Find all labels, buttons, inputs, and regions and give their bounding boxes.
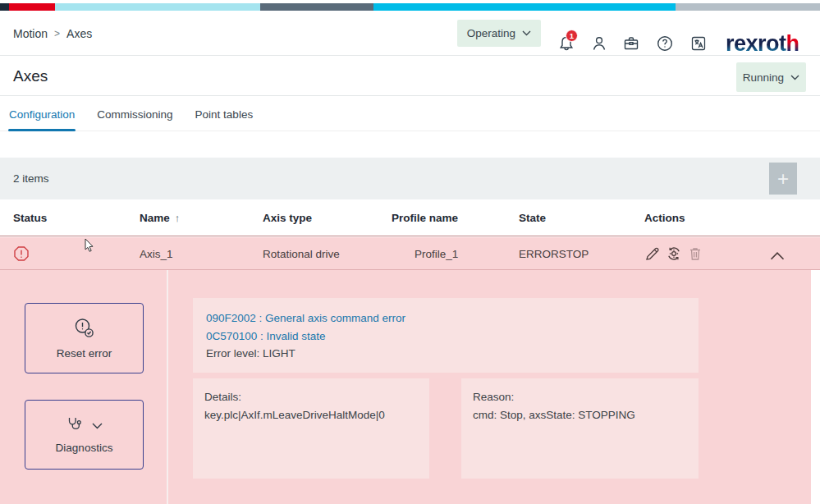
breadcrumb-item-axes: Axes	[66, 27, 92, 40]
notifications-button[interactable]: 1	[557, 34, 576, 53]
column-name[interactable]: Name ↑	[140, 199, 180, 236]
gear-sync-icon	[666, 245, 682, 262]
logo-text-main: rexrot	[726, 31, 786, 56]
brand-bar-segment	[9, 3, 55, 11]
tab-point-tables[interactable]: Point tables	[195, 97, 254, 131]
trash-icon	[687, 245, 703, 262]
table-row-axis-1[interactable]: Axis_1 Rotational drive Profile_1 ERRORS…	[0, 237, 820, 270]
stethoscope-icon	[66, 415, 84, 436]
list-toolbar: 2 items +	[0, 158, 820, 199]
breadcrumb-separator: >	[54, 28, 60, 39]
operating-state-button[interactable]: Operating	[457, 20, 541, 47]
error-detail-panel: Reset error Diagnostics 090F2002 : Gener…	[0, 270, 811, 504]
project-case-button[interactable]	[621, 34, 641, 53]
page-header: Axes Running	[0, 57, 820, 96]
user-account-button[interactable]	[589, 34, 609, 53]
breadcrumb-item-motion[interactable]: Motion	[13, 27, 48, 40]
add-axis-button[interactable]: +	[769, 163, 797, 195]
diagnostics-icon-row	[66, 415, 103, 436]
rexroth-logo: rexroth	[726, 30, 799, 57]
diagnostics-label: Diagnostics	[56, 442, 113, 454]
brand-bar-segment	[260, 3, 373, 11]
translate-icon	[689, 34, 708, 53]
column-state: State	[519, 199, 546, 236]
pencil-icon	[644, 245, 661, 262]
page-title: Axes	[13, 57, 48, 96]
table-header: Status Name ↑ Axis type Profile name Sta…	[0, 199, 820, 236]
brand-bar-segment	[373, 3, 676, 11]
error-reason-box: Reason: cmd: Stop, axsState: STOPPING	[461, 378, 699, 479]
diagnostics-button[interactable]: Diagnostics	[25, 400, 144, 470]
brand-bar-segment	[0, 3, 9, 11]
error-link-0C570100[interactable]: 0C570100 : Invalid state	[206, 328, 685, 346]
details-label: Details:	[204, 388, 418, 406]
reason-label: Reason:	[473, 388, 687, 406]
chevron-up-icon	[769, 248, 786, 264]
app-header: Motion > Axes Operating 1	[0, 11, 820, 56]
collapse-row-button[interactable]	[769, 248, 786, 264]
reset-error-button[interactable]: Reset error	[25, 303, 144, 373]
tab-bar: Configuration Commissioning Point tables	[0, 97, 820, 131]
briefcase-icon	[621, 34, 641, 53]
help-button[interactable]	[655, 34, 675, 53]
cell-state: ERRORSTOP	[519, 237, 589, 270]
person-icon	[589, 34, 609, 53]
reset-error-icon	[73, 317, 95, 341]
reason-value: cmd: Stop, axsState: STOPPING	[473, 406, 687, 424]
tab-commissioning[interactable]: Commissioning	[96, 97, 173, 131]
column-status: Status	[13, 199, 47, 236]
details-value: key.plc|AxIf.mLeaveDriveHaltMode|0	[204, 406, 418, 424]
breadcrumb: Motion > Axes	[13, 11, 92, 56]
error-details-box: Details: key.plc|AxIf.mLeaveDriveHaltMod…	[193, 378, 429, 479]
chevron-down-icon	[790, 75, 799, 80]
items-count: 2 items	[13, 158, 49, 199]
running-state-button[interactable]: Running	[736, 62, 806, 92]
column-axis-type: Axis type	[263, 199, 312, 236]
column-profile-name: Profile name	[392, 199, 458, 236]
cell-profile-name: Profile_1	[415, 237, 458, 270]
cell-axis-type: Rotational drive	[263, 237, 340, 270]
panel-divider	[167, 270, 168, 504]
error-codes-box: 090F2002 : General axis command error 0C…	[193, 298, 699, 373]
chevron-down-icon	[522, 30, 531, 36]
brand-color-bar	[0, 3, 820, 11]
operating-state-label: Operating	[467, 27, 515, 39]
chevron-down-icon	[92, 419, 103, 432]
logo-text-accent: h	[786, 31, 799, 56]
edit-button[interactable]	[644, 245, 661, 262]
error-status-icon	[13, 245, 30, 262]
help-icon	[655, 34, 675, 53]
tuning-button[interactable]	[666, 245, 682, 262]
cell-name: Axis_1	[140, 237, 173, 270]
error-level-text: Error level: LIGHT	[206, 345, 685, 363]
tab-configuration[interactable]: Configuration	[8, 97, 76, 131]
delete-button[interactable]	[687, 245, 703, 262]
column-actions: Actions	[644, 199, 685, 236]
notification-count-badge: 1	[566, 30, 578, 42]
brand-bar-segment	[676, 3, 820, 11]
error-link-090F2002[interactable]: 090F2002 : General axis command error	[206, 309, 685, 328]
language-button[interactable]	[689, 34, 708, 53]
brand-bar-segment	[55, 3, 260, 11]
running-state-label: Running	[743, 71, 784, 84]
reset-error-label: Reset error	[57, 347, 112, 360]
sort-ascending-icon[interactable]: ↑	[175, 212, 181, 224]
